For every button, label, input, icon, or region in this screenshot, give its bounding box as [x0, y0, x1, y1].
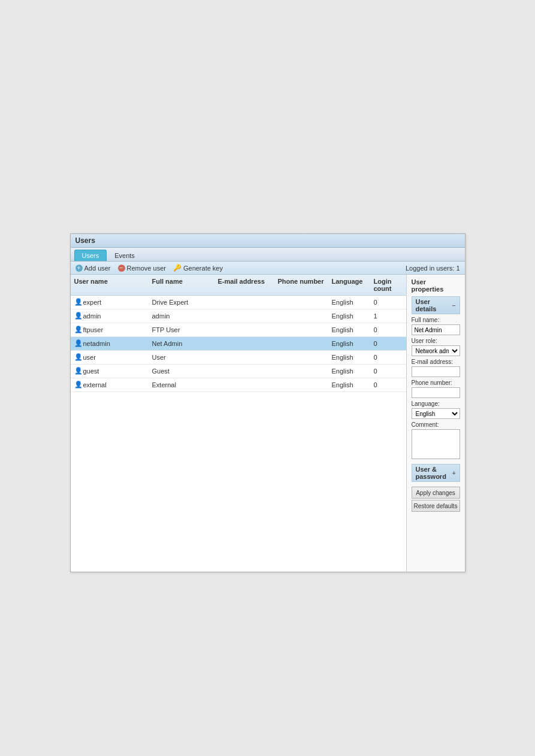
cell-username: expert: [71, 297, 149, 308]
cell-username: ftpuser: [71, 324, 149, 335]
table-row[interactable]: user User English 0: [71, 351, 406, 365]
user-icon: [74, 367, 81, 375]
cell-phone: [274, 338, 328, 349]
plus-icon: +: [75, 265, 83, 272]
cell-language: English: [328, 311, 370, 321]
user-properties-panel: User properties User details − Full name…: [407, 275, 465, 572]
cell-email: [214, 352, 274, 363]
email-input[interactable]: [412, 366, 460, 377]
action-buttons: Apply changes Restore defaults: [412, 487, 460, 513]
col-language: Language: [328, 277, 370, 293]
table-empty-space: [71, 392, 406, 572]
cell-language: English: [328, 352, 370, 363]
section-toggle-icon: +: [452, 470, 456, 476]
cell-fullname: FTP User: [149, 324, 214, 335]
cell-email: [214, 311, 274, 321]
cell-phone: [274, 352, 328, 363]
cell-language: English: [328, 379, 370, 390]
col-fullname: Full name: [149, 277, 214, 293]
fullname-input[interactable]: [412, 324, 460, 335]
table-row[interactable]: external External English 0: [71, 378, 406, 392]
comment-textarea[interactable]: [412, 429, 460, 459]
cell-fullname: External: [149, 379, 214, 390]
panel-title: Users: [71, 234, 465, 248]
col-logincount: Login count: [370, 277, 406, 293]
cell-username: admin: [71, 311, 149, 321]
user-details-section-header[interactable]: User details −: [412, 296, 460, 314]
language-select[interactable]: English German French Spanish: [412, 408, 460, 419]
cell-language: English: [328, 324, 370, 335]
tab-users[interactable]: Users: [74, 250, 107, 261]
cell-logincount: 1: [370, 311, 406, 321]
content-area: User name Full name E-mail address Phone…: [71, 275, 465, 572]
cell-phone: [274, 297, 328, 308]
cell-logincount: 0: [370, 366, 406, 377]
phone-input[interactable]: [412, 387, 460, 398]
cell-language: English: [328, 297, 370, 308]
table-row[interactable]: admin admin English 1: [71, 309, 406, 323]
properties-title: User properties: [412, 278, 460, 293]
col-username: User name: [71, 277, 149, 293]
cell-fullname: Drive Expert: [149, 297, 214, 308]
apply-changes-button[interactable]: Apply changes: [412, 487, 460, 499]
cell-phone: [274, 366, 328, 377]
user-icon: [74, 381, 81, 389]
user-icon: [74, 353, 81, 362]
fullname-label: Full name:: [412, 317, 460, 323]
email-label: E-mail address:: [412, 359, 460, 365]
cell-logincount: 0: [370, 324, 406, 335]
table-row[interactable]: netadmin Net Admin English 0: [71, 337, 406, 351]
user-icon: [74, 326, 81, 334]
cell-logincount: 0: [370, 352, 406, 363]
generate-key-button[interactable]: 🔑 Generate key: [173, 264, 223, 272]
user-role-select[interactable]: Network admin Admin Expert User Guest: [412, 345, 460, 356]
cell-logincount: 0: [370, 338, 406, 349]
language-label: Language:: [412, 400, 460, 407]
cell-email: [214, 379, 274, 390]
cell-fullname: User: [149, 352, 214, 363]
cell-fullname: admin: [149, 311, 214, 321]
cell-language: English: [328, 338, 370, 349]
key-icon: 🔑: [173, 264, 182, 272]
section-toggle-icon: −: [452, 302, 456, 309]
cell-fullname: Net Admin: [149, 338, 214, 349]
cell-phone: [274, 311, 328, 321]
remove-user-button[interactable]: − Remove user: [118, 265, 166, 272]
user-icon: [74, 298, 81, 306]
cell-language: English: [328, 366, 370, 377]
cell-username: user: [71, 352, 149, 363]
table-header: User name Full name E-mail address Phone…: [71, 275, 406, 296]
user-table-panel: User name Full name E-mail address Phone…: [71, 275, 407, 572]
minus-icon: −: [118, 265, 125, 272]
cell-fullname: Guest: [149, 366, 214, 377]
cell-phone: [274, 324, 328, 335]
tabs-bar: Users Events: [71, 248, 465, 262]
cell-username: guest: [71, 366, 149, 377]
cell-email: [214, 338, 274, 349]
user-role-label: User role:: [412, 338, 460, 344]
logged-in-info: Logged in users: 1: [406, 265, 460, 272]
toolbar: + Add user − Remove user 🔑 Generate key …: [71, 262, 465, 275]
cell-logincount: 0: [370, 379, 406, 390]
cell-username: external: [71, 379, 149, 390]
main-panel: Users Users Events + Add user − Remove u…: [70, 233, 466, 572]
table-row[interactable]: guest Guest English 0: [71, 365, 406, 378]
user-icon: [74, 339, 81, 348]
cell-email: [214, 297, 274, 308]
user-icon: [74, 312, 81, 320]
cell-email: [214, 366, 274, 377]
add-user-button[interactable]: + Add user: [75, 265, 111, 272]
table-row[interactable]: ftpuser FTP User English 0: [71, 323, 406, 337]
cell-email: [214, 324, 274, 335]
table-row[interactable]: expert Drive Expert English 0: [71, 296, 406, 309]
comment-label: Comment:: [412, 421, 460, 428]
col-email: E-mail address: [214, 277, 274, 293]
user-details-form: Full name: User role: Network admin Admi…: [412, 317, 460, 460]
cell-phone: [274, 379, 328, 390]
cell-logincount: 0: [370, 297, 406, 308]
col-phone: Phone number: [274, 277, 328, 293]
cell-username: netadmin: [71, 338, 149, 349]
tab-events[interactable]: Events: [107, 250, 143, 261]
password-section-header[interactable]: User & password +: [412, 464, 460, 482]
restore-defaults-button[interactable]: Restore defaults: [412, 500, 460, 512]
